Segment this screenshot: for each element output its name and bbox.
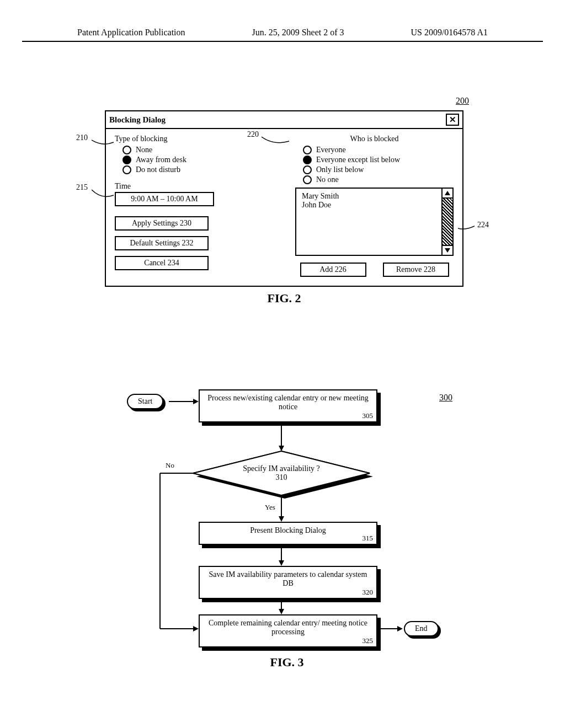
radio-everyone[interactable]: Everyone (303, 146, 454, 154)
dialog-title: Blocking Dialog (109, 115, 166, 125)
flow-step-320: Save IM availability parameters to calen… (199, 566, 377, 599)
svg-marker-8 (279, 516, 284, 522)
svg-marker-18 (397, 626, 403, 631)
flow-ref: 320 (363, 588, 374, 597)
svg-marker-16 (193, 626, 199, 631)
leader-210 (92, 137, 114, 148)
flow-text: Complete remaining calendar entry/ meeti… (209, 619, 367, 636)
page-header: Patent Application Publication Jun. 25, … (22, 0, 543, 42)
callout-215: 215 (76, 183, 88, 192)
radio-label: Do not disturb (136, 165, 180, 174)
flow-text: Process new/existing calendar entry or n… (207, 394, 369, 411)
radio-icon (122, 156, 131, 164)
radio-only-list[interactable]: Only list below (303, 165, 454, 174)
who-is-blocked-label: Who is blocked (295, 135, 454, 143)
svg-marker-3 (279, 446, 284, 451)
flow-ref: 315 (363, 534, 374, 543)
time-label: Time (115, 182, 273, 191)
radio-do-not-disturb[interactable]: Do not disturb (122, 165, 273, 174)
left-column: Type of blocking None Away from desk Do … (115, 135, 273, 277)
flow-end: End (404, 621, 439, 636)
flow-ref: 325 (363, 636, 374, 645)
radio-none[interactable]: None (122, 146, 273, 154)
apply-settings-button[interactable]: Apply Settings 230 (115, 216, 209, 231)
radio-everyone-except[interactable]: Everyone except list below (303, 156, 454, 164)
radio-icon (303, 175, 312, 184)
leader-220 (262, 135, 289, 147)
label-yes: Yes (265, 503, 275, 512)
header-left: Patent Application Publication (77, 28, 185, 38)
radio-label: Everyone (316, 146, 346, 154)
flow-start: Start (127, 394, 163, 409)
figure-2: 200 210 215 220 224 Blocking Dialog ✕ Ty… (105, 110, 463, 306)
dialog-titlebar: Blocking Dialog ✕ (106, 111, 462, 129)
label-no: No (166, 461, 174, 470)
figure-3-caption: FIG. 3 (99, 655, 475, 670)
scroll-up-button[interactable] (443, 189, 452, 199)
svg-marker-1 (193, 399, 199, 404)
chevron-down-icon (445, 248, 450, 253)
time-input[interactable]: 9:00 AM – 10:00 AM (115, 192, 214, 206)
header-mid: Jun. 25, 2009 Sheet 2 of 3 (252, 28, 344, 38)
radio-no-one[interactable]: No one (303, 175, 454, 184)
flow-decision-310: Specify IM availability ? 310 (226, 464, 337, 482)
svg-marker-10 (279, 560, 284, 566)
flow-step-325: Complete remaining calendar entry/ meeti… (199, 614, 377, 647)
callout-220: 220 (247, 130, 259, 139)
flow-text: Specify IM availability ? (226, 464, 337, 473)
close-icon[interactable]: ✕ (446, 114, 459, 126)
leader-215 (92, 186, 114, 200)
radio-icon (303, 156, 312, 164)
blocked-listbox[interactable]: Mary Smith John Doe (295, 188, 454, 256)
callout-224: 224 (477, 221, 489, 229)
time-section: Time 9:00 AM – 10:00 AM (115, 182, 273, 206)
flow-text: Save IM availability parameters to calen… (209, 570, 367, 587)
radio-icon (303, 146, 312, 154)
default-settings-button[interactable]: Default Settings 232 (115, 236, 209, 250)
flow-step-305: Process new/existing calendar entry or n… (199, 389, 377, 422)
flow-text: Present Blocking Dialog (250, 526, 326, 534)
radio-icon (122, 165, 131, 174)
leader-224 (458, 224, 475, 232)
radio-label: Away from desk (136, 156, 186, 164)
radio-icon (303, 165, 312, 174)
flow-step-315: Present Blocking Dialog 315 (199, 522, 377, 545)
scroll-track[interactable] (443, 199, 452, 245)
radio-icon (122, 146, 131, 154)
flow-ref: 310 (226, 473, 337, 482)
cancel-button[interactable]: Cancel 234 (115, 256, 209, 270)
callout-210: 210 (76, 133, 88, 142)
figure-2-caption: FIG. 2 (105, 291, 463, 306)
chevron-up-icon (445, 191, 450, 195)
list-item[interactable]: Mary Smith (302, 192, 436, 201)
flow-ref: 305 (363, 411, 374, 420)
list-item[interactable]: John Doe (302, 201, 436, 210)
svg-marker-12 (279, 609, 284, 614)
radio-label: No one (316, 175, 339, 184)
radio-label: Only list below (316, 165, 364, 174)
right-column: Who is blocked Everyone Everyone except … (295, 135, 454, 277)
add-button[interactable]: Add 226 (300, 263, 366, 277)
scrollbar[interactable] (441, 189, 452, 255)
radio-away-from-desk[interactable]: Away from desk (122, 156, 273, 164)
ref-200: 200 (456, 96, 469, 106)
radio-label: Everyone except list below (316, 156, 400, 164)
header-right: US 2009/0164578 A1 (411, 28, 488, 38)
radio-label: None (136, 146, 152, 154)
scroll-down-button[interactable] (443, 245, 452, 255)
remove-button[interactable]: Remove 228 (383, 263, 449, 277)
